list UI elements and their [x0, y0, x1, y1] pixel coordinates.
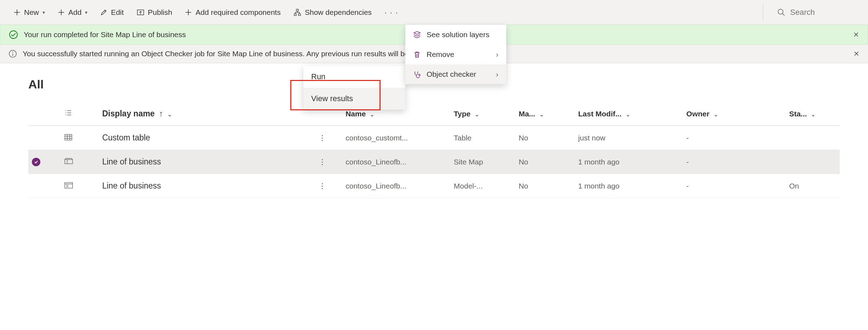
search-input[interactable]: [790, 8, 861, 17]
checked-icon: [32, 158, 40, 166]
row-select[interactable]: [28, 150, 61, 174]
cell-managed: No: [515, 126, 575, 150]
svg-rect-11: [65, 183, 73, 188]
chevron-down-icon: ⌄: [714, 111, 718, 117]
svg-rect-3: [298, 14, 301, 16]
close-icon[interactable]: ✕: [853, 50, 860, 58]
checker-label: Object checker: [427, 70, 476, 79]
close-icon[interactable]: ✕: [853, 30, 859, 39]
row-more-button[interactable]: ⋮: [315, 150, 342, 174]
run-item[interactable]: Run: [303, 66, 405, 88]
show-dependencies-button[interactable]: Show dependencies: [287, 5, 378, 19]
table-row[interactable]: Line of business ⋮ contoso_Lineofb... Si…: [28, 150, 840, 174]
cell-status: [786, 150, 840, 174]
command-bar: New ▾ Add ▾ Edit Publish Add required co…: [0, 0, 868, 25]
more-icon: · · ·: [384, 8, 398, 16]
info-text: You successfully started running an Obje…: [23, 50, 449, 58]
sort-asc-icon: ↑: [159, 109, 163, 118]
add-required-label: Add required components: [195, 8, 281, 17]
remove-label: Remove: [427, 50, 454, 59]
svg-rect-9: [65, 134, 72, 140]
add-button[interactable]: Add ▾: [51, 5, 94, 19]
sitemap-icon: [64, 158, 73, 166]
table-row[interactable]: Line of business ⋮ contoso_Lineofb... Mo…: [28, 174, 840, 198]
svg-rect-10: [65, 160, 73, 164]
cell-type: Site Map: [450, 150, 515, 174]
cell-status: On: [786, 174, 840, 198]
col-managed[interactable]: Ma... ⌄: [515, 102, 575, 126]
hierarchy-icon: [293, 9, 301, 16]
plus-icon: [13, 9, 21, 16]
svg-point-4: [778, 9, 783, 14]
row-more-button[interactable]: ⋮: [315, 126, 342, 150]
object-checker-item[interactable]: Object checker ›: [405, 64, 506, 84]
cell-display[interactable]: Custom table: [99, 126, 315, 150]
row-type-icon: [61, 150, 99, 174]
publish-icon: [137, 9, 144, 16]
svg-rect-2: [294, 14, 296, 16]
table-icon: [64, 134, 72, 142]
cell-modified: 1 month ago: [575, 150, 683, 174]
select-all-header[interactable]: [28, 102, 61, 126]
cell-display[interactable]: Line of business: [99, 174, 315, 198]
col-status[interactable]: Sta... ⌄: [786, 102, 840, 126]
table-row[interactable]: Custom table ⋮ contoso_customt... Table …: [28, 126, 840, 150]
cell-managed: No: [515, 150, 575, 174]
edit-button[interactable]: Edit: [94, 5, 130, 19]
chevron-down-icon: ⌄: [167, 111, 172, 117]
svg-point-5: [10, 31, 17, 39]
chevron-down-icon: ⌄: [626, 111, 630, 117]
plus-icon: [58, 9, 65, 16]
col-display-name[interactable]: Display name ↑ ⌄: [99, 102, 315, 126]
col-type[interactable]: Type ⌄: [450, 102, 515, 126]
chevron-right-icon: ›: [496, 50, 498, 59]
view-results-item[interactable]: View results: [303, 88, 405, 110]
row-type-icon: [61, 126, 99, 150]
new-label: New: [24, 8, 39, 17]
row-more-button[interactable]: ⋮: [315, 174, 342, 198]
cell-owner: -: [683, 150, 786, 174]
row-type-icon: [61, 174, 99, 198]
cell-type: Model-...: [450, 174, 515, 198]
row-select[interactable]: [28, 174, 61, 198]
check-circle-icon: [9, 30, 18, 39]
type-icon-header[interactable]: [61, 102, 99, 126]
cell-display[interactable]: Line of business: [99, 150, 315, 174]
new-button[interactable]: New ▾: [7, 5, 51, 19]
more-commands-button[interactable]: · · ·: [378, 5, 405, 19]
trash-icon: [413, 51, 421, 58]
cell-name: contoso_customt...: [342, 126, 450, 150]
components-table: Display name ↑ ⌄ Name ⌄ Type ⌄ Ma... ⌄: [28, 102, 840, 198]
see-solution-layers-item[interactable]: See solution layers: [405, 25, 506, 45]
svg-point-7: [12, 52, 13, 52]
search-box[interactable]: [763, 4, 861, 21]
svg-point-8: [419, 74, 420, 76]
success-text: Your run completed for Site Map Line of …: [24, 30, 186, 39]
cell-managed: No: [515, 174, 575, 198]
publish-label: Publish: [148, 8, 172, 17]
add-required-button[interactable]: Add required components: [178, 5, 287, 19]
show-deps-label: Show dependencies: [305, 8, 372, 17]
col-modified[interactable]: Last Modif... ⌄: [575, 102, 683, 126]
cell-name: contoso_Lineofb...: [342, 150, 450, 174]
cell-owner: -: [683, 126, 786, 150]
plus-icon: [185, 9, 192, 16]
run-label: Run: [311, 72, 325, 81]
publish-button[interactable]: Publish: [130, 5, 179, 19]
cell-type: Table: [450, 126, 515, 150]
object-checker-submenu: Run View results: [303, 66, 405, 110]
cell-owner: -: [683, 174, 786, 198]
overflow-menu: See solution layers Remove › Object chec…: [405, 25, 506, 84]
add-label: Add: [68, 8, 81, 17]
layers-label: See solution layers: [427, 30, 489, 39]
info-icon: [8, 50, 17, 58]
row-select[interactable]: [28, 126, 61, 150]
remove-item[interactable]: Remove ›: [405, 45, 506, 64]
chevron-down-icon: ▾: [42, 10, 45, 15]
chevron-down-icon: ⌄: [811, 111, 816, 117]
pencil-icon: [100, 9, 107, 16]
layers-icon: [413, 31, 421, 39]
col-owner[interactable]: Owner ⌄: [683, 102, 786, 126]
cell-modified: just now: [575, 126, 683, 150]
cell-status: [786, 126, 840, 150]
